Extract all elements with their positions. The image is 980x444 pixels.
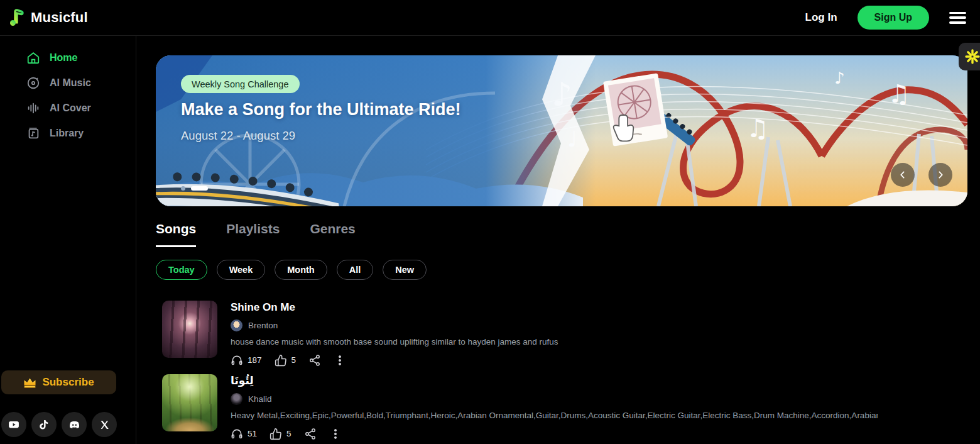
filter-week[interactable]: Week (217, 260, 266, 280)
subscribe-button[interactable]: Subscribe (1, 370, 116, 394)
song-description: Heavy Metal,Exciting,Epic,Powerful,Bold,… (231, 411, 878, 420)
artist-avatar (231, 319, 242, 331)
plays-count: 51 (248, 429, 257, 438)
thumbs-up-icon (275, 354, 287, 367)
sidebar-item-label: AI Cover (50, 103, 91, 114)
filter-today[interactable]: Today (156, 260, 207, 280)
crown-icon (23, 377, 36, 388)
music-note-logo-icon (9, 8, 25, 27)
asterisk-burst-icon (964, 48, 980, 65)
artist-row[interactable]: Brenton (231, 319, 558, 331)
filter-month[interactable]: Month (275, 260, 327, 280)
filter-all[interactable]: All (337, 260, 374, 280)
chevron-left-icon (898, 170, 908, 180)
chevron-right-icon (935, 170, 945, 180)
waveform-icon (26, 101, 40, 115)
share-button[interactable] (304, 428, 317, 440)
tab-songs[interactable]: Songs (156, 221, 196, 247)
song-title[interactable]: لِئُونَا (231, 375, 878, 387)
sidebar-item-ai-cover[interactable]: AI Cover (0, 96, 136, 121)
more-options-button[interactable] (329, 428, 342, 440)
social-links (1, 412, 117, 437)
kebab-menu-icon (334, 354, 346, 367)
carousel-dot-1[interactable] (181, 186, 185, 191)
sidebar-item-label: Home (50, 52, 77, 64)
time-filters: Today Week Month All New (156, 260, 427, 280)
song-row: لِئُونَا Khalid Heavy Metal,Exciting,Epi… (162, 374, 878, 440)
like-button[interactable]: 5 (275, 354, 297, 367)
album-art[interactable] (162, 301, 217, 358)
carousel-dot-2-active[interactable] (191, 186, 208, 191)
album-art[interactable] (162, 374, 217, 431)
sidebar-item-home[interactable]: Home (0, 45, 136, 70)
kebab-menu-icon (329, 428, 342, 440)
headphones-icon (231, 354, 243, 367)
artist-name: Khalid (248, 394, 272, 404)
share-button[interactable] (308, 354, 321, 367)
login-button[interactable]: Log In (805, 11, 837, 24)
tab-playlists[interactable]: Playlists (226, 221, 280, 247)
filter-new[interactable]: New (383, 260, 427, 280)
x-icon (99, 419, 110, 430)
song-row: Shine On Me Brenton house dance music wi… (162, 301, 558, 367)
hero-banner[interactable]: ♪ ♩ ♫ ♫ ♪ (156, 55, 967, 206)
signup-button[interactable]: Sign Up (858, 6, 929, 30)
plays-count: 187 (248, 355, 262, 365)
banner-title: Make a Song for the Ultimate Ride! (181, 100, 461, 119)
sidebar-item-ai-music[interactable]: AI Music (0, 70, 136, 96)
tab-genres[interactable]: Genres (310, 221, 355, 247)
disc-icon (26, 76, 40, 90)
subscribe-label: Subscribe (42, 376, 94, 389)
youtube-icon (8, 418, 20, 431)
library-icon (26, 126, 40, 140)
song-description: house dance music with smooth base sound… (231, 337, 558, 347)
challenge-badge: Weekly Song Challenge (181, 75, 300, 93)
x-twitter-link[interactable] (92, 412, 117, 437)
app-title: Musicful (31, 9, 88, 26)
plays-stat: 187 (231, 354, 262, 367)
sidebar-item-label: Library (50, 128, 84, 139)
carousel-next-button[interactable] (928, 163, 952, 187)
hamburger-menu-icon[interactable] (949, 12, 966, 24)
app-logo[interactable]: Musicful (9, 8, 88, 27)
carousel-prev-button[interactable] (891, 163, 915, 187)
share-icon (308, 354, 321, 367)
floating-widget-button[interactable] (959, 43, 980, 70)
song-title[interactable]: Shine On Me (231, 302, 558, 314)
discord-link[interactable] (62, 412, 87, 437)
carousel-indicators (181, 186, 208, 191)
likes-count: 5 (291, 355, 297, 365)
plays-stat: 51 (231, 428, 257, 440)
headphones-icon (231, 428, 243, 440)
more-options-button[interactable] (334, 354, 346, 367)
likes-count: 5 (286, 429, 291, 438)
like-button[interactable]: 5 (270, 428, 291, 440)
sidebar: Home AI Music AI Cover Library (0, 36, 136, 444)
tiktok-icon (38, 419, 50, 431)
share-icon (304, 428, 317, 440)
youtube-link[interactable] (1, 412, 26, 437)
top-navbar: Musicful Log In Sign Up (0, 0, 980, 36)
artist-avatar (231, 393, 242, 405)
thumbs-up-icon (270, 428, 282, 440)
artist-row[interactable]: Khalid (231, 393, 878, 405)
banner-dates: August 22 - August 29 (181, 129, 295, 143)
artist-name: Brenton (248, 321, 278, 330)
tiktok-link[interactable] (31, 412, 57, 437)
content-tabs: Songs Playlists Genres (156, 221, 356, 247)
sidebar-item-label: AI Music (50, 77, 91, 89)
discord-icon (68, 418, 81, 431)
home-icon (26, 51, 40, 65)
sidebar-item-library[interactable]: Library (0, 121, 136, 146)
